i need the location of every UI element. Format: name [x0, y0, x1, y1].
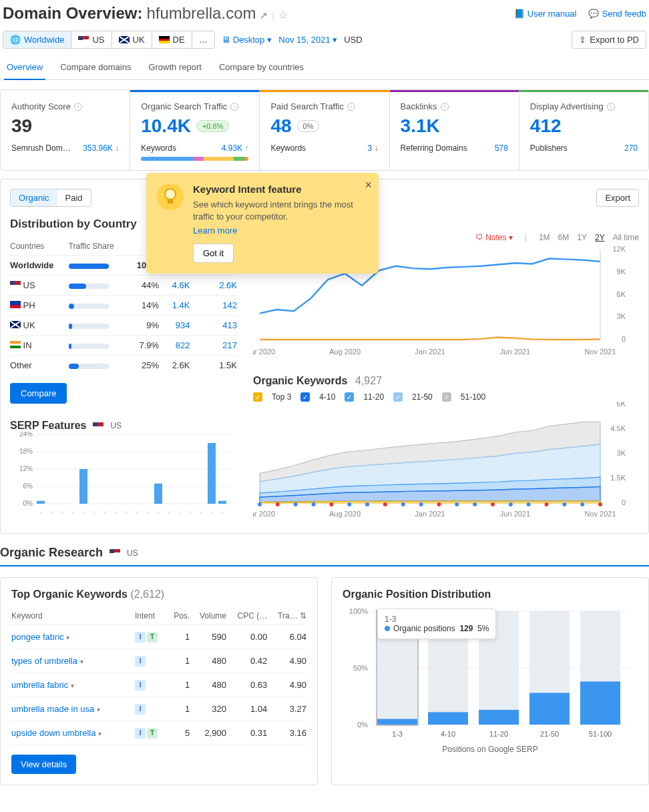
view-details-button[interactable]: View details [11, 755, 76, 774]
share-bar [69, 344, 109, 349]
range-2y[interactable]: 2Y [595, 233, 605, 242]
sort-icon[interactable]: ⇅ [300, 611, 306, 621]
geo-uk[interactable]: UK [112, 31, 152, 48]
send-feedback-link[interactable]: 💬Send feedb [588, 9, 646, 19]
svg-point-79 [419, 502, 423, 506]
flag-de-icon [159, 36, 170, 43]
external-link-icon[interactable]: ↗ [260, 10, 268, 21]
device-selector[interactable]: 🖥Desktop▾ [222, 35, 272, 45]
tab-compare-domains[interactable]: Compare domains [57, 55, 134, 79]
geo-us[interactable]: US [71, 31, 112, 48]
chart-tooltip: 1-3 Organic positions 129 5% [377, 608, 496, 639]
geo-selector: 🌐Worldwide US UK DE … [3, 31, 215, 49]
page-title: Domain Overview: [3, 4, 142, 23]
position-distribution-panel: Organic Position Distribution 1-3 Organi… [331, 577, 649, 785]
keywords-link[interactable]: 217 [222, 340, 237, 350]
segment-paid[interactable]: Paid [57, 189, 91, 206]
info-icon[interactable]: i [347, 103, 355, 111]
svg-text:◦: ◦ [168, 509, 170, 516]
keyword-link[interactable]: umbrella made in usa [11, 704, 94, 714]
chevron-down-icon[interactable]: ▾ [80, 658, 83, 665]
chevron-down-icon[interactable]: ▾ [97, 706, 100, 713]
tab-overview[interactable]: Overview [4, 55, 45, 80]
keywords-link[interactable]: 2.6K [219, 280, 237, 290]
card-sub-value[interactable]: 353.96K [83, 143, 113, 153]
card-sub-value[interactable]: 270 [624, 143, 638, 153]
tab-compare-countries[interactable]: Compare by countries [216, 55, 306, 79]
main-tabs: Overview Compare domains Growth report C… [0, 55, 649, 80]
svg-text:Jan 2021: Jan 2021 [415, 510, 445, 518]
svg-text:◦: ◦ [189, 509, 191, 516]
checkbox-4-10[interactable]: ✓ [300, 392, 310, 402]
export-button[interactable]: Export [596, 189, 639, 207]
svg-point-71 [276, 502, 280, 506]
date-selector[interactable]: Nov 15, 2021 ▾ [278, 35, 337, 45]
checkbox-51-100[interactable]: ✓ [442, 392, 451, 402]
chevron-down-icon[interactable]: ▾ [66, 634, 69, 641]
range-1y[interactable]: 1Y [577, 233, 587, 242]
card-value: 48 [270, 115, 291, 137]
keyword-bar [141, 157, 248, 161]
checkbox-21-50[interactable]: ✓ [393, 392, 403, 402]
notes-button[interactable]: 🗨Notes▾ [475, 233, 512, 242]
svg-text:Jun 2021: Jun 2021 [500, 348, 530, 356]
info-icon[interactable]: i [441, 103, 449, 111]
table-row: PH14%1.4K142 [10, 296, 237, 316]
traffic-link[interactable]: 4.6K [172, 280, 190, 290]
chevron-down-icon[interactable]: ▾ [71, 682, 74, 689]
svg-point-84 [509, 502, 513, 506]
svg-text:◦: ◦ [221, 509, 223, 516]
learn-more-link[interactable]: Learn more [193, 226, 367, 236]
traffic-link[interactable]: 934 [176, 320, 190, 330]
user-manual-link[interactable]: 📘User manual [514, 9, 577, 19]
info-icon[interactable]: i [230, 103, 238, 111]
checkbox-top3[interactable]: ✓ [253, 392, 262, 402]
geo-more[interactable]: … [192, 31, 214, 48]
organic-keywords-count: 4,927 [355, 375, 382, 386]
chevron-down-icon[interactable]: ▾ [98, 730, 101, 737]
checkbox-11-20[interactable]: ✓ [345, 392, 354, 402]
keyword-link[interactable]: umbrella fabric [11, 680, 68, 690]
divider: | [272, 11, 274, 21]
close-icon[interactable]: × [365, 178, 372, 192]
keyword-link[interactable]: pongee fabric [11, 632, 64, 642]
geo-worldwide[interactable]: 🌐Worldwide [3, 31, 71, 48]
svg-text:◦: ◦ [39, 509, 41, 516]
keyword-link[interactable]: types of umbrella [11, 656, 77, 666]
card-display-advertising[interactable]: Display Advertisingi 412 Publishers270 [519, 90, 648, 170]
table-row: IN7.9%822217 [10, 336, 237, 356]
got-it-button[interactable]: Got it [193, 244, 234, 263]
traffic-panel: × Keyword Intent feature See which keywo… [0, 179, 649, 534]
table-row: US44%4.6K2.6K [10, 276, 237, 296]
card-organic-traffic[interactable]: Organic Search Traffici 10.4K+0.8% Keywo… [130, 90, 260, 170]
range-1m[interactable]: 1M [539, 233, 550, 242]
export-pdf-button[interactable]: ⇪Export to PD [572, 31, 646, 49]
card-sub-value[interactable]: 578 [495, 143, 508, 153]
favorite-star-icon[interactable]: ☆ [278, 9, 288, 21]
geo-de[interactable]: DE [152, 31, 192, 48]
segment-organic[interactable]: Organic [11, 189, 57, 206]
keywords-link[interactable]: 413 [222, 320, 237, 330]
tab-growth-report[interactable]: Growth report [146, 55, 204, 79]
range-all[interactable]: All time [613, 233, 639, 242]
keyword-link[interactable]: upside down umbrella [11, 728, 95, 738]
svg-point-88 [580, 502, 584, 506]
table-row: umbrella fabric ▾I14800.634.90 [11, 673, 306, 697]
range-6m[interactable]: 6M [558, 233, 570, 242]
traffic-link[interactable]: 822 [176, 340, 190, 350]
info-icon[interactable]: i [607, 103, 615, 111]
card-authority-score[interactable]: Authority Scorei 39 Semrush Dom…353.96K … [1, 90, 130, 170]
traffic-link[interactable]: 1.4K [172, 300, 190, 310]
intent-badge-i: I [135, 632, 146, 643]
info-icon[interactable]: i [74, 103, 82, 111]
card-sub-value[interactable]: 3 [368, 143, 373, 153]
flag-uk-icon [119, 36, 130, 43]
card-sub-value[interactable]: 4.93K [222, 143, 242, 153]
svg-text:0: 0 [622, 335, 626, 343]
intent-badge-t: T [147, 632, 158, 643]
card-title: Authority Score [11, 101, 71, 111]
card-paid-traffic[interactable]: Paid Search Traffici 480% Keywords3 ↓ [260, 90, 389, 170]
keywords-link[interactable]: 142 [222, 300, 237, 310]
card-backlinks[interactable]: Backlinksi 3.1K Referring Domains578 [390, 90, 519, 170]
compare-button[interactable]: Compare [10, 383, 67, 404]
